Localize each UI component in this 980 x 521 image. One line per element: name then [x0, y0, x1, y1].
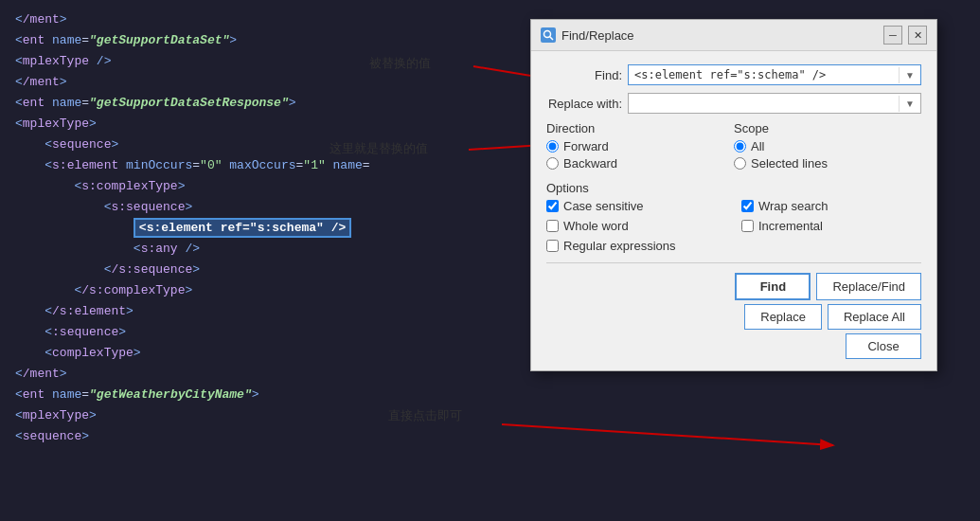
- wrap-search-row: Wrap search: [741, 199, 921, 213]
- code-line: <mplexType>: [0, 405, 980, 426]
- button-row-2: Replace Replace All: [546, 304, 921, 330]
- forward-radio-row: Forward: [546, 139, 734, 153]
- svg-line-5: [550, 37, 554, 41]
- svg-point-4: [544, 31, 551, 38]
- options-section: Options Case sensitive Wrap search Whole…: [546, 181, 921, 253]
- button-row-1: Find Replace/Find: [546, 273, 921, 300]
- replace-input[interactable]: [629, 94, 899, 113]
- replace-label: Replace with:: [546, 97, 622, 111]
- whole-word-row: Whole word: [546, 219, 726, 233]
- whole-word-label[interactable]: Whole word: [563, 219, 629, 233]
- code-line: <ent name="getWeatherbyCityName">: [0, 385, 980, 405]
- code-line: <sequence>: [0, 426, 980, 447]
- all-radio[interactable]: [734, 140, 746, 153]
- annotation-replaced-value: 被替换的值: [369, 55, 431, 72]
- replace-dropdown-arrow[interactable]: ▼: [899, 96, 920, 112]
- scope-label: Scope: [734, 121, 921, 135]
- minimize-button[interactable]: ─: [883, 26, 902, 45]
- regex-checkbox[interactable]: [546, 240, 559, 252]
- all-radio-row: All: [734, 139, 921, 153]
- options-direction-scope-row: Direction Forward Backward Scope All: [546, 121, 921, 173]
- incremental-row: Incremental: [741, 219, 921, 233]
- options-label: Options: [546, 181, 921, 195]
- incremental-label[interactable]: Incremental: [758, 219, 823, 233]
- dialog-titlebar: Find/Replace ─ ✕: [531, 20, 936, 51]
- dialog-body: Find: ▼ Replace with: ▼ Direction Forwar…: [531, 51, 936, 370]
- whole-word-checkbox[interactable]: [546, 220, 559, 232]
- wrap-search-label[interactable]: Wrap search: [758, 199, 828, 213]
- dialog-icon: [541, 27, 556, 43]
- dialog-title: Find/Replace: [541, 27, 634, 43]
- replace-button[interactable]: Replace: [744, 304, 822, 330]
- forward-radio[interactable]: [546, 140, 559, 153]
- direction-label: Direction: [546, 121, 734, 135]
- selected-lines-radio-row: Selected lines: [734, 156, 921, 171]
- replace-input-wrapper: ▼: [628, 93, 921, 114]
- selected-lines-label[interactable]: Selected lines: [751, 156, 828, 171]
- options-grid: Case sensitive Wrap search Whole word In…: [546, 199, 921, 236]
- find-button[interactable]: Find: [735, 273, 811, 300]
- case-sensitive-row: Case sensitive: [546, 199, 726, 213]
- annotation-click-here: 直接点击即可: [388, 407, 462, 424]
- find-input-wrapper: ▼: [628, 64, 921, 85]
- close-button[interactable]: Close: [846, 333, 921, 359]
- forward-label[interactable]: Forward: [563, 139, 609, 153]
- find-row: Find: ▼: [546, 64, 921, 85]
- separator: [546, 262, 921, 263]
- case-sensitive-label[interactable]: Case sensitive: [563, 199, 644, 213]
- find-input[interactable]: [629, 65, 899, 84]
- regex-row: Regular expressions: [546, 239, 921, 253]
- incremental-checkbox[interactable]: [741, 220, 754, 232]
- find-replace-dialog: Find/Replace ─ ✕ Find: ▼ Replace with: ▼: [530, 19, 937, 371]
- backward-radio[interactable]: [546, 157, 559, 170]
- button-row-3: Close: [546, 333, 921, 359]
- annotation-replace-with: 这里就是替换的值: [330, 140, 428, 157]
- case-sensitive-checkbox[interactable]: [546, 200, 559, 212]
- regex-label[interactable]: Regular expressions: [563, 239, 676, 253]
- scope-section: Scope All Selected lines: [734, 121, 921, 173]
- replace-find-button[interactable]: Replace/Find: [816, 273, 921, 300]
- find-label: Find:: [546, 68, 622, 82]
- find-dropdown-arrow[interactable]: ▼: [899, 67, 920, 83]
- replace-all-button[interactable]: Replace All: [828, 304, 921, 330]
- wrap-search-checkbox[interactable]: [741, 200, 754, 212]
- dialog-window-controls: ─ ✕: [883, 26, 927, 45]
- close-window-button[interactable]: ✕: [908, 26, 927, 45]
- direction-section: Direction Forward Backward: [546, 121, 734, 173]
- backward-radio-row: Backward: [546, 156, 734, 171]
- all-label[interactable]: All: [751, 139, 764, 153]
- selected-lines-radio[interactable]: [734, 157, 746, 170]
- backward-label[interactable]: Backward: [563, 156, 617, 171]
- replace-row: Replace with: ▼: [546, 93, 921, 114]
